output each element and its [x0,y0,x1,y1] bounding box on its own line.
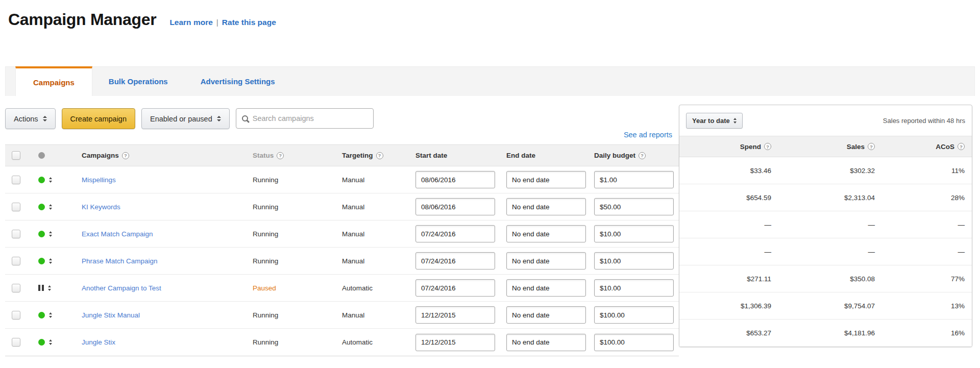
sales-reported-note: Sales reported within 48 hrs [883,117,965,125]
campaign-link[interactable]: Exact Match Campaign [82,230,153,238]
campaign-link[interactable]: Jungle Stix [82,338,115,346]
acos-header-label: ACoS [936,143,954,151]
daily-budget-input[interactable] [594,334,674,351]
daily-budget-column-header: Daily budget ? [593,152,679,159]
campaign-state-toggle[interactable] [38,177,52,183]
acos-value: — [880,221,972,229]
campaign-link[interactable]: Mispellings [82,176,116,184]
help-icon[interactable]: ? [764,143,771,150]
table-header-row: Campaigns ? Status ? Targeting ? Start d… [5,145,679,166]
end-date-input[interactable] [506,279,586,297]
targeting-text: Manual [342,203,414,211]
campaign-state-toggle[interactable] [38,312,52,318]
end-date-input[interactable] [506,171,586,188]
search-box [236,108,374,129]
running-dot-icon [38,204,45,210]
row-checkbox[interactable] [12,203,20,211]
targeting-column-header: Targeting ? [342,152,414,159]
end-date-input[interactable] [506,252,586,269]
start-date-input[interactable] [415,198,495,215]
metrics-section: Year to date Sales reported within 48 hr… [679,96,975,356]
daily-budget-input[interactable] [594,171,674,188]
daily-budget-input[interactable] [594,279,674,297]
end-date-input[interactable] [506,198,586,215]
help-icon[interactable]: ? [958,143,965,150]
status-filter-dropdown[interactable]: Enabled or paused [141,108,230,129]
acos-value: 28% [880,194,972,202]
table-row: Jungle Stix Manual Running Manual [5,302,679,329]
start-date-input[interactable] [415,171,495,188]
end-date-input[interactable] [506,334,586,351]
select-all-checkbox[interactable] [12,151,20,160]
updown-arrows-icon [49,258,52,264]
page-header: Campaign Manager Learn more|Rate this pa… [0,0,980,66]
help-icon[interactable]: ? [122,152,129,159]
row-checkbox[interactable] [12,311,20,320]
row-checkbox[interactable] [12,230,20,238]
running-dot-icon [38,177,45,183]
start-date-input[interactable] [415,334,495,351]
status-text: Running [253,311,278,319]
sales-value: $350.08 [776,275,880,283]
end-date-input[interactable] [506,225,586,242]
updown-arrows-icon [733,118,737,124]
daily-budget-input[interactable] [594,198,674,215]
campaign-state-toggle[interactable] [38,285,51,291]
help-icon[interactable]: ? [639,152,646,159]
row-checkbox[interactable] [12,176,20,184]
campaign-link[interactable]: KI Keywords [82,203,120,211]
campaigns-section: Actions Create campaign Enabled or pause… [5,96,679,356]
search-icon [242,115,248,121]
campaign-state-toggle[interactable] [38,204,52,210]
table-row: Exact Match Campaign Running Manual [5,220,679,248]
tab-campaigns[interactable]: Campaigns [15,66,92,96]
status-text: Running [253,338,278,346]
see-ad-reports-link[interactable]: See ad reports [624,131,672,139]
row-checkbox[interactable] [12,284,20,292]
rate-this-page-link[interactable]: Rate this page [222,18,276,27]
targeting-text: Manual [342,311,414,319]
targeting-text: Automatic [342,284,414,292]
spend-value: $653.27 [679,329,776,337]
search-input[interactable] [253,114,368,122]
row-checkbox[interactable] [12,257,20,265]
acos-value: 16% [880,329,972,337]
campaign-state-toggle[interactable] [38,258,52,264]
actions-button[interactable]: Actions [5,108,56,129]
campaign-link[interactable]: Phrase Match Campaign [82,257,158,265]
table-row: Jungle Stix Running Automatic [5,329,679,356]
end-date-header-label: End date [506,152,535,159]
start-date-input[interactable] [415,279,495,297]
row-checkbox[interactable] [12,338,20,347]
learn-more-link[interactable]: Learn more [169,18,212,27]
sales-value: — [776,248,880,256]
campaign-link[interactable]: Jungle Stix Manual [82,311,140,319]
metrics-row: — — — [679,211,972,238]
running-dot-icon [38,231,45,237]
acos-column-header: ACoS ? [880,143,972,151]
updown-arrows-icon [217,116,221,121]
end-date-input[interactable] [506,306,586,324]
tab-bulk-operations[interactable]: Bulk Operations [92,67,184,96]
tab-advertising-settings[interactable]: Advertising Settings [184,67,291,96]
start-date-input[interactable] [415,252,495,269]
campaign-link[interactable]: Another Campaign to Test [82,284,161,292]
campaign-state-toggle[interactable] [38,231,52,237]
campaign-state-toggle[interactable] [38,339,52,346]
daily-budget-input[interactable] [594,252,674,269]
table-row: Another Campaign to Test Paused Automati… [5,275,679,302]
link-separator: | [216,18,218,27]
metrics-panel: Year to date Sales reported within 48 hr… [679,105,972,347]
start-date-input[interactable] [415,306,495,324]
table-body: Mispellings Running Manual KI Keywords R… [5,166,679,356]
start-date-input[interactable] [415,225,495,242]
campaigns-column-header: Campaigns ? [59,152,253,159]
create-campaign-button[interactable]: Create campaign [62,108,135,129]
help-icon[interactable]: ? [376,152,383,159]
daily-budget-input[interactable] [594,306,674,324]
running-dot-icon [38,258,45,264]
date-range-dropdown[interactable]: Year to date [686,113,743,129]
help-icon[interactable]: ? [277,152,284,159]
help-icon[interactable]: ? [868,143,875,150]
daily-budget-input[interactable] [594,225,674,242]
